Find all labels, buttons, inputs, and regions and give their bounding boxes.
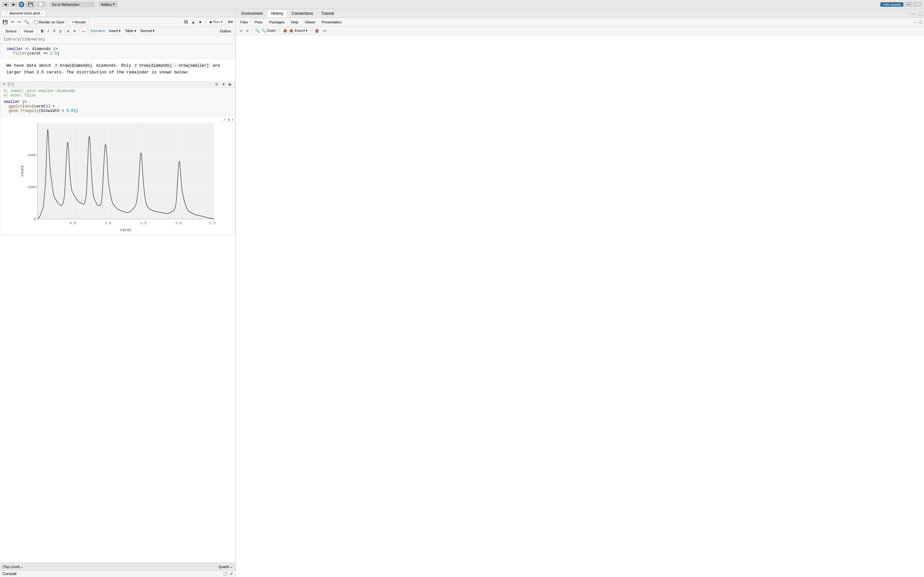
export-btn[interactable]: 📤 📤 Export ▾ xyxy=(280,27,310,34)
y-axis-label: count xyxy=(20,165,25,177)
tab-connections[interactable]: Connections xyxy=(288,10,317,17)
tab-visual[interactable]: Visual xyxy=(20,28,37,34)
settings-btn[interactable]: ⚙▾ xyxy=(226,19,234,25)
plot-popout-btn[interactable]: ⬆ xyxy=(227,118,230,122)
right-maximize-btn[interactable]: ⬜ xyxy=(917,11,923,16)
chunk-fold-icon[interactable]: ▼ xyxy=(3,82,5,87)
x-axis-label: carat xyxy=(120,228,132,232)
chunk-run-prev-btn[interactable]: ▼ xyxy=(221,82,226,87)
tab-help[interactable]: Help xyxy=(288,19,302,25)
plot-expand-btn[interactable]: ↗ xyxy=(223,118,226,122)
save-editor-btn[interactable]: 💾 xyxy=(1,19,9,25)
files-minimize-btn[interactable]: — xyxy=(913,20,917,24)
export-label: 📤 Export xyxy=(289,29,305,33)
minimize-btn[interactable]: — xyxy=(905,2,913,7)
back-btn[interactable]: ◀ xyxy=(2,2,9,7)
location-text: (Top Level) xyxy=(3,565,20,569)
language-arrow-icon: ⌄ xyxy=(230,564,233,569)
up-chunk-btn[interactable]: ▲ xyxy=(190,19,196,25)
tab-history[interactable]: History xyxy=(267,10,287,17)
redo-btn[interactable]: ↪ xyxy=(16,19,22,25)
export-icon: 📤 xyxy=(283,29,288,33)
location-arrow-icon: ⌄ xyxy=(21,564,23,569)
console-label: Console xyxy=(3,572,17,576)
undo-btn[interactable]: ↩ xyxy=(10,19,15,25)
plots-area xyxy=(236,35,924,577)
tab-plots[interactable]: Plots xyxy=(251,19,266,25)
run-btn[interactable]: ▶ Run ▾ xyxy=(207,19,226,25)
tab-presentation[interactable]: Presentation xyxy=(318,19,345,25)
table-arrow-icon: ▾ xyxy=(134,29,136,33)
addins-btn[interactable]: Addins ▾ xyxy=(99,2,117,7)
files-maximize-btn[interactable]: ⬜ xyxy=(918,20,923,24)
r-logo: R xyxy=(19,2,24,7)
tab-tutorial[interactable]: Tutorial xyxy=(317,10,338,17)
forward-btn[interactable]: ▶ xyxy=(10,2,17,7)
chunk-settings-btn[interactable]: ⚙ xyxy=(214,82,220,87)
tab-viewer[interactable]: Viewer xyxy=(302,19,318,25)
outdent-btn[interactable]: ⇤ xyxy=(72,28,78,34)
tab-source[interactable]: Source xyxy=(2,28,20,34)
file-tab-name: diamond-sizes.qmd xyxy=(9,11,40,15)
italic-btn[interactable]: I xyxy=(46,29,50,34)
down-chunk-btn[interactable]: ▼ xyxy=(197,19,204,25)
file-tab-close[interactable]: × xyxy=(41,11,43,15)
r-chunk: ▼ {r} ⚙ ▼ ▶ #| label: plot-smaller-diamo… xyxy=(0,81,236,115)
plots-forward-btn[interactable]: ▶ xyxy=(245,28,250,33)
tab-files[interactable]: Files xyxy=(237,19,251,25)
right-minimize-btn[interactable]: — xyxy=(911,11,915,16)
delete-plot-btn[interactable]: 🗑 xyxy=(313,28,320,33)
chunk-run-btn[interactable]: ▶ xyxy=(228,82,233,87)
go-to-file-btn[interactable]: Go to file/function xyxy=(50,2,95,7)
y-tick-0: 0 xyxy=(34,218,36,221)
brush-btn[interactable]: ✏ xyxy=(322,28,328,33)
addins-label: Addins xyxy=(101,3,112,6)
editor-toolbar: 💾 ↩ ↪ 🔍 Render on Save ➜ Render ⛓ ▲ ▼ ▶ … xyxy=(0,17,236,27)
file-tab-bar: 📄 diamond-sizes.qmd × xyxy=(0,9,236,17)
language-btn[interactable]: Quarto ⌄ xyxy=(218,564,233,569)
language-text: Quarto xyxy=(218,565,229,569)
table-menu-btn[interactable]: Table ▾ xyxy=(123,28,137,34)
format-arrow-icon: ▾ xyxy=(103,29,105,33)
render-on-save-checkbox[interactable] xyxy=(34,20,38,24)
hr-btn[interactable]: — xyxy=(80,29,87,34)
location-btn[interactable]: (Top Level) ⌄ xyxy=(3,564,23,569)
bullets-btn[interactable]: ≡ xyxy=(66,29,71,34)
x-tick-15: 1.5 xyxy=(140,221,147,225)
inline-code-1: r nrow(diamonds) xyxy=(54,63,94,68)
strike-btn[interactable]: 𝔸 xyxy=(51,28,57,34)
render-label: Render xyxy=(75,20,86,24)
right-panel-win-btns: — ⬜ xyxy=(911,11,923,16)
console-bar[interactable]: Console ⬜ ⤢ xyxy=(0,570,236,577)
zoom-btn[interactable]: 🔍 🔍 Zoom xyxy=(254,28,277,34)
file-tab-diamond[interactable]: 📄 diamond-sizes.qmd × xyxy=(1,10,46,16)
save-btn-top[interactable]: 💾 xyxy=(26,1,35,7)
tab-environment[interactable]: Environment xyxy=(237,10,267,17)
pipe-btn[interactable]: |⃝ xyxy=(58,29,63,34)
status-bar: (Top Level) ⌄ Quarto ⌄ xyxy=(0,562,236,570)
chunk-controls: ⚙ ▼ ▶ xyxy=(214,82,233,87)
x-tick-25: 2.5 xyxy=(209,221,216,225)
editor-area[interactable]: library(tidyverse) smaller <- diamonds |… xyxy=(0,35,236,562)
render-btn[interactable]: ➜ Render xyxy=(68,19,89,25)
outline-btn[interactable]: Outline xyxy=(217,29,234,34)
plots-back-btn[interactable]: ◀ xyxy=(238,28,244,33)
user-badge: r4ds-quarto xyxy=(880,2,903,7)
maximize-btn[interactable]: ⬜ xyxy=(914,2,922,7)
new-file-btn[interactable]: 📄 xyxy=(37,2,45,7)
console-popout-icon: ⤢ xyxy=(230,572,233,576)
find-btn[interactable]: 🔍 xyxy=(23,19,31,25)
render-on-save-label[interactable]: Render on Save xyxy=(34,20,65,24)
addins-arrow-icon: ▾ xyxy=(113,2,115,6)
tab-packages[interactable]: Packages xyxy=(266,19,288,25)
insert-menu-btn[interactable]: Insert ▾ xyxy=(107,28,123,34)
prose-section: We have data about r nrow(diamonds) diam… xyxy=(0,59,236,80)
plot-close-btn[interactable]: × xyxy=(232,118,234,122)
bold-btn[interactable]: B xyxy=(39,29,45,34)
format-menu-btn[interactable]: Format ▾ xyxy=(89,28,107,34)
x-tick-10: 1.0 xyxy=(105,221,111,225)
normal-style-btn[interactable]: Normal ▾ xyxy=(139,28,157,34)
chain-btn[interactable]: ⛓ xyxy=(183,19,189,25)
files-panel-win-btns: — ⬜ xyxy=(913,20,923,24)
code-block-library: library(tidyverse) xyxy=(0,35,236,44)
